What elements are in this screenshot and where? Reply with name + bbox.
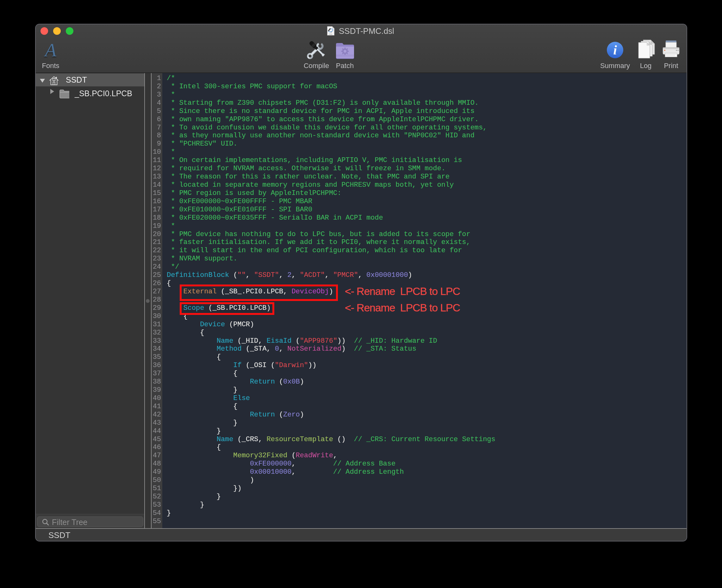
svg-text:i: i — [613, 43, 617, 57]
svg-text:DSL: DSL — [329, 33, 333, 35]
